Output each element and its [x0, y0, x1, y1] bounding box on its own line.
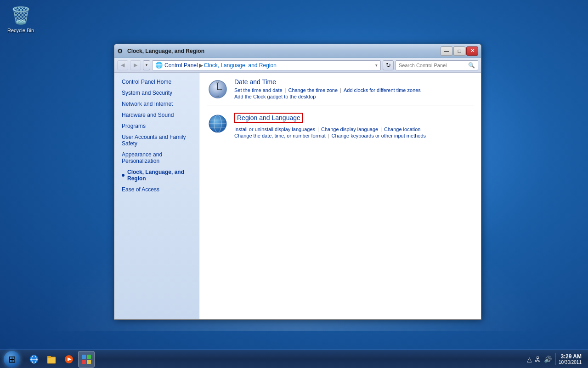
systray-network[interactable]: 🖧	[535, 356, 541, 363]
change-display-language-link[interactable]: Change display language	[321, 126, 378, 132]
clock-time: 3:29 AM	[560, 353, 582, 360]
clock[interactable]: 3:29 AM 10/30/2011	[555, 353, 584, 365]
window-title: Clock, Language, and Region	[127, 48, 441, 54]
change-date-format-link[interactable]: Change the date, time, or number format	[234, 133, 326, 138]
back-button[interactable]: ◀	[117, 60, 128, 70]
sidebar-label: Network and Internet	[122, 101, 173, 107]
systray-volume[interactable]: 🔊	[544, 356, 552, 363]
sidebar-label: Ease of Access	[122, 186, 159, 193]
sidebar-item-clock-language[interactable]: Clock, Language, and Region	[114, 167, 199, 184]
change-keyboards-link[interactable]: Change keyboards or other input methods	[332, 133, 426, 138]
search-icon[interactable]: 🔍	[468, 62, 475, 69]
taskbar-media-icon[interactable]	[61, 351, 77, 368]
sidebar: Control Panel Home System and Security N…	[114, 73, 199, 319]
content-area: Control Panel Home System and Security N…	[114, 73, 481, 319]
desktop: 🗑️ Recycle Bin ⚙ Clock, Language, and Re…	[0, 0, 588, 368]
sidebar-label: Clock, Language, and Region	[127, 169, 192, 182]
sidebar-item-control-panel-home[interactable]: Control Panel Home	[114, 76, 199, 87]
path-current: Clock, Language, and Region	[204, 62, 277, 69]
sidebar-label: User Accounts and Family Safety	[122, 134, 192, 147]
close-button[interactable]: ✕	[466, 46, 478, 56]
svg-text:12: 12	[216, 80, 220, 83]
install-languages-link[interactable]: Install or uninstall display languages	[234, 126, 315, 132]
date-time-section: 12 12 Date and Time Set the time and dat…	[207, 78, 474, 105]
path-root[interactable]: Control Panel	[164, 62, 198, 69]
sidebar-item-appearance[interactable]: Appearance and Personalization	[114, 149, 199, 167]
taskbar-control-panel-icon[interactable]	[78, 351, 95, 368]
search-input[interactable]	[399, 63, 466, 68]
forward-button[interactable]: ▶	[130, 60, 141, 70]
sidebar-label: Appearance and Personalization	[122, 151, 192, 164]
sidebar-item-ease-of-access[interactable]: Ease of Access	[114, 184, 199, 195]
svg-rect-23	[87, 360, 91, 364]
clock-svg: 12 12	[208, 80, 227, 99]
sidebar-label: Control Panel Home	[122, 79, 171, 85]
sidebar-label: Hardware and Sound	[122, 112, 174, 118]
sidebar-item-system-security[interactable]: System and Security	[114, 87, 199, 98]
path-separator-1: ▶	[199, 62, 203, 69]
sidebar-item-network-internet[interactable]: Network and Internet	[114, 98, 199, 109]
taskbar-explorer-icon[interactable]	[43, 351, 60, 368]
control-panel-window: ⚙ Clock, Language, and Region — □ ✕ ◀ ▶ …	[114, 44, 481, 320]
systray-arrow[interactable]: △	[527, 356, 532, 363]
region-language-sublinks-1: Install or uninstall display languages |…	[234, 126, 474, 132]
main-content: 12 12 Date and Time Set the time and dat…	[199, 73, 481, 319]
recent-dropdown-button[interactable]: ▾	[143, 60, 150, 70]
date-time-title[interactable]: Date and Time	[234, 78, 474, 86]
address-globe-icon: 🌐	[155, 62, 163, 69]
svg-rect-20	[82, 355, 86, 359]
region-language-links: Region and Language Install or uninstall…	[234, 113, 474, 138]
refresh-button[interactable]: ↻	[383, 60, 394, 70]
svg-text:12: 12	[216, 94, 220, 97]
start-orb: ⊞	[4, 351, 20, 368]
clock-date: 10/30/2011	[559, 360, 582, 365]
region-language-icon	[207, 113, 229, 135]
add-clock-gadget-link[interactable]: Add the Clock gadget to the desktop	[234, 94, 316, 99]
maximize-button[interactable]: □	[453, 46, 465, 56]
region-language-title[interactable]: Region and Language	[234, 113, 303, 123]
sidebar-item-hardware-sound[interactable]: Hardware and Sound	[114, 109, 199, 121]
svg-rect-22	[82, 360, 86, 364]
window-icon: ⚙	[117, 47, 124, 55]
taskbar: ⊞	[0, 350, 588, 368]
taskbar-ie-icon[interactable]	[26, 351, 42, 368]
taskbar-items	[26, 350, 95, 368]
date-time-sublinks-2: Add the Clock gadget to the desktop	[234, 94, 474, 99]
recycle-bin-icon: 🗑️	[10, 5, 32, 27]
systray: △ 🖧 🔊	[527, 356, 552, 363]
sidebar-label: System and Security	[122, 90, 172, 96]
region-language-sublinks-2: Change the date, time, or number format …	[234, 133, 474, 138]
svg-rect-21	[87, 355, 91, 359]
start-button[interactable]: ⊞	[0, 350, 24, 368]
svg-rect-15	[47, 357, 56, 363]
date-time-links: Date and Time Set the time and date | Ch…	[234, 78, 474, 99]
change-timezone-link[interactable]: Change the time zone	[288, 87, 338, 93]
address-dropdown-arrow[interactable]: ▾	[375, 63, 378, 68]
sidebar-item-programs[interactable]: Programs	[114, 121, 199, 132]
address-path: Control Panel ▶ Clock, Language, and Reg…	[164, 62, 277, 69]
minimize-button[interactable]: —	[441, 46, 452, 56]
sidebar-item-user-accounts[interactable]: User Accounts and Family Safety	[114, 132, 199, 149]
address-box[interactable]: 🌐 Control Panel ▶ Clock, Language, and R…	[152, 60, 381, 70]
change-location-link[interactable]: Change location	[384, 126, 421, 132]
region-language-section: Region and Language Install or uninstall…	[207, 113, 474, 143]
recycle-bin[interactable]: 🗑️ Recycle Bin	[5, 5, 37, 33]
search-box[interactable]: 🔍	[396, 60, 478, 70]
globe-svg	[208, 114, 227, 133]
address-bar: ◀ ▶ ▾ 🌐 Control Panel ▶ Clock, Language,…	[114, 58, 481, 73]
recycle-bin-label: Recycle Bin	[7, 28, 34, 33]
date-time-icon: 12 12	[207, 78, 229, 100]
add-clocks-link[interactable]: Add clocks for different time zones	[344, 87, 421, 93]
title-bar-buttons: — □ ✕	[441, 46, 478, 56]
title-bar: ⚙ Clock, Language, and Region — □ ✕	[114, 44, 481, 58]
active-bullet	[122, 174, 124, 177]
sidebar-label: Programs	[122, 123, 146, 129]
set-time-link[interactable]: Set the time and date	[234, 87, 283, 93]
date-time-sublinks: Set the time and date | Change the time …	[234, 87, 474, 93]
taskbar-right: △ 🖧 🔊 3:29 AM 10/30/2011	[523, 350, 588, 368]
